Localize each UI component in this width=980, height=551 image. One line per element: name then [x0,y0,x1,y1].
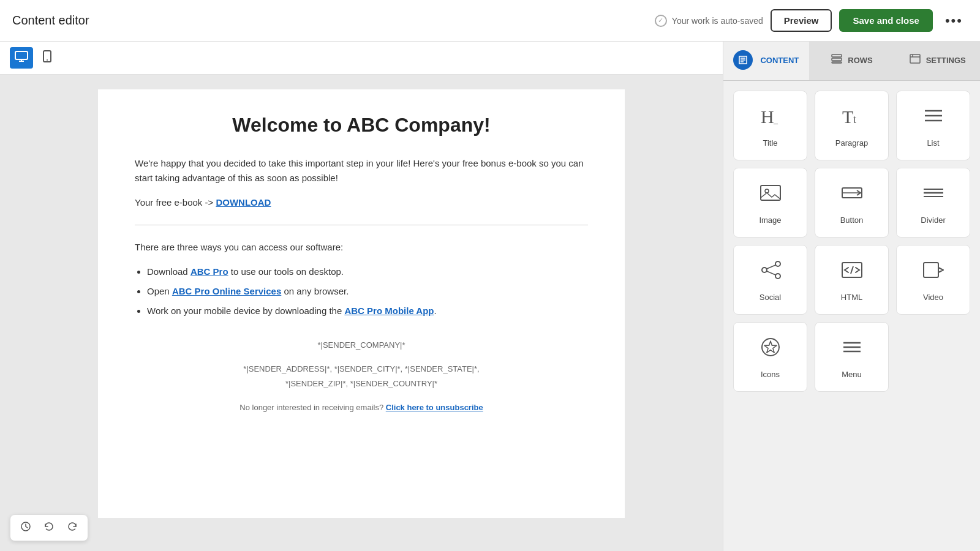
preview-button[interactable]: Preview [771,9,832,32]
content-item-divider[interactable]: Divider [896,168,970,238]
svg-rect-4 [832,58,842,61]
svg-text:H: H [761,107,774,127]
undo-button[interactable] [40,519,58,537]
right-panel: CONTENT ROWS SETTINGS H [723,42,980,551]
list-item: Work on your mobile device by downloadin… [147,304,588,318]
content-item-video[interactable]: Video [896,245,970,315]
icons-icon [758,335,783,362]
tab-settings[interactable]: SETTINGS [894,42,980,80]
redo-button[interactable] [63,519,81,537]
mobile-view-button[interactable] [38,47,56,69]
content-item-icons[interactable]: Icons [733,322,807,392]
title-label: Title [763,138,777,148]
sender-address: *|SENDER_ADDRESS|*, *|SENDER_CITY|*, *|S… [135,362,588,391]
email-heading: Welcome to ABC Company! [135,114,588,137]
desktop-view-button[interactable] [10,47,33,69]
image-icon [758,181,783,208]
email-canvas: Welcome to ABC Company! We're happy that… [98,89,625,518]
abc-pro-mobile-link[interactable]: ABC Pro Mobile App [344,305,434,316]
unsubscribe-line: No longer interested in receiving emails… [135,400,588,414]
list-item-suffix: on any browser. [281,286,349,296]
list-item: Download ABC Pro to use our tools on des… [147,264,588,279]
save-close-button[interactable]: Save and close [839,9,932,32]
tab-settings-label: SETTINGS [926,56,966,65]
html-icon [840,258,864,285]
content-item-social[interactable]: Social [733,245,807,315]
video-icon [921,258,946,285]
list-item-prefix: Open [147,286,172,296]
history-button[interactable] [17,519,35,537]
email-list: Download ABC Pro to use our tools on des… [135,264,588,318]
tab-rows[interactable]: ROWS [809,42,895,80]
svg-text:_: _ [773,116,778,125]
tab-content-label: CONTENT [760,56,799,65]
email-divider [135,225,588,225]
canvas-area: Welcome to ABC Company! We're happy that… [0,42,723,551]
download-link[interactable]: DOWNLOAD [216,197,271,208]
email-paragraph-1: We're happy that you decided to take thi… [135,156,588,186]
more-options-button[interactable]: ••• [940,10,968,31]
divider-icon [921,181,946,208]
content-item-button[interactable]: Button [815,168,889,238]
rows-icon [831,53,843,68]
email-download-prefix: Your free e-book -> [135,197,216,208]
abc-pro-online-link[interactable]: ABC Pro Online Services [172,286,281,296]
list-item: Open ABC Pro Online Services on any brow… [147,284,588,299]
content-item-html[interactable]: HTML [815,245,889,315]
main-layout: Welcome to ABC Company! We're happy that… [0,42,980,551]
svg-point-24 [762,268,767,272]
list-item-suffix: . [434,305,437,316]
email-body: We're happy that you decided to take thi… [135,156,588,415]
list-label: List [927,138,939,148]
tab-rows-label: ROWS [848,56,872,65]
icons-label: Icons [761,370,780,379]
svg-line-26 [767,265,775,269]
settings-icon [909,53,921,68]
content-grid: H _ Title T t Paragrap [723,81,980,402]
list-item-prefix: Work on your mobile device by downloadin… [147,305,344,316]
content-item-title[interactable]: H _ Title [733,91,807,160]
autosave-indicator: ✓ Your work is auto-saved [655,15,763,27]
video-label: Video [923,293,943,302]
sender-company: *|SENDER_COMPANY|* [135,338,588,352]
svg-point-23 [775,261,780,266]
list-item-prefix: Download [147,266,190,277]
unsubscribe-link[interactable]: Click here to unsubscribe [386,403,483,412]
title-icon: H _ [758,103,783,131]
svg-rect-30 [924,263,938,277]
page-title: Content editor [12,13,89,28]
email-list-intro: There are three ways you can access our … [135,240,588,255]
autosave-text: Your work is auto-saved [672,16,763,26]
bottom-toolbar [10,514,88,541]
svg-point-2 [47,59,48,61]
divider-label: Divider [921,216,945,225]
menu-icon [840,335,864,362]
paragraph-label: Paragrap [835,138,868,148]
list-item-suffix: to use our tools on desktop. [228,266,344,277]
panel-tabs: CONTENT ROWS SETTINGS [723,42,980,81]
abc-pro-link[interactable]: ABC Pro [190,266,228,277]
topbar: Content editor ✓ Your work is auto-saved… [0,0,980,42]
content-item-paragraph[interactable]: T t Paragrap [815,91,889,160]
svg-rect-5 [832,62,842,63]
content-item-image[interactable]: Image [733,168,807,238]
svg-rect-16 [761,186,780,200]
menu-label: Menu [842,370,862,379]
email-footer: *|SENDER_COMPANY|* *|SENDER_ADDRESS|*, *… [135,338,588,415]
content-item-menu[interactable]: Menu [815,322,889,392]
svg-line-29 [851,266,853,274]
content-tab-indicator [733,50,753,70]
html-label: HTML [841,293,862,302]
svg-rect-3 [832,54,842,57]
content-item-list[interactable]: List [896,91,970,160]
svg-text:T: T [842,107,853,127]
svg-rect-6 [910,54,920,63]
svg-text:t: t [853,113,856,126]
autosave-icon: ✓ [655,15,667,27]
paragraph-icon: T t [840,103,864,131]
svg-rect-0 [15,51,28,59]
svg-point-25 [775,274,780,279]
image-label: Image [759,216,781,225]
tab-content[interactable]: CONTENT [723,42,809,80]
button-icon [840,181,864,208]
